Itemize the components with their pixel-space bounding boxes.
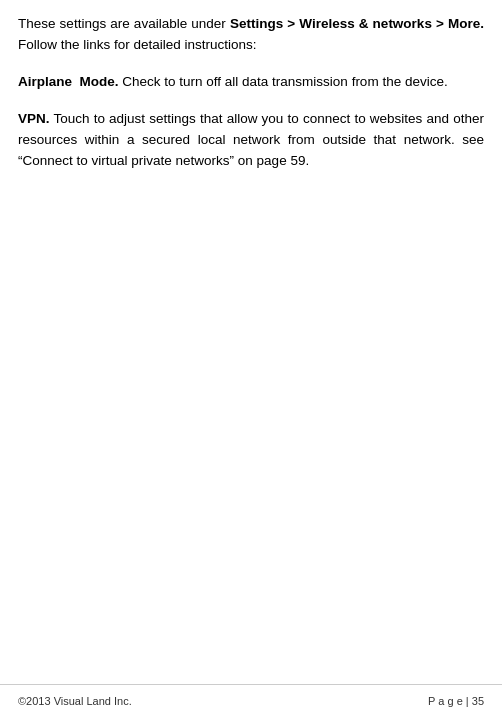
page-num: | 35 [466,695,484,707]
page-content: These settings are available under Setti… [0,0,502,228]
page-number: P a g e | 35 [428,695,484,707]
settings-bold: Settings > Wireless & networks > More. [230,16,484,31]
intro-paragraph: These settings are available under Setti… [18,14,484,56]
page-footer: ©2013 Visual Land Inc. P a g e | 35 [0,684,502,716]
airplane-mode-body: Check to turn off all data transmission … [119,74,448,89]
copyright-text: ©2013 Visual Land Inc. [18,695,132,707]
airplane-mode-title: Airplane Mode. [18,74,119,89]
vpn-title: VPN. [18,111,50,126]
airplane-mode-paragraph: Airplane Mode. Check to turn off all dat… [18,72,484,93]
vpn-section: VPN. Touch to adjust settings that allow… [18,109,484,172]
vpn-body: Touch to adjust settings that allow you … [18,111,484,168]
airplane-mode-section: Airplane Mode. Check to turn off all dat… [18,72,484,93]
vpn-paragraph: VPN. Touch to adjust settings that allow… [18,109,484,172]
page-label: P a g e [428,695,463,707]
